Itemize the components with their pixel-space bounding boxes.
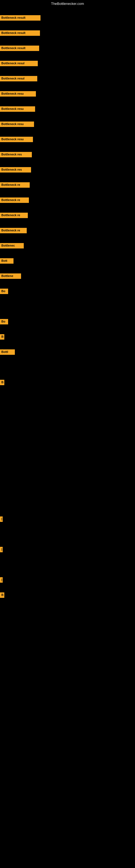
bottleneck-result-badge: B [0, 380, 4, 385]
bottleneck-result-badge: Bottleneck resu [0, 106, 35, 112]
bottleneck-result-badge: B [0, 334, 4, 340]
bottleneck-result-badge: Bottl [0, 349, 15, 355]
bottleneck-result-badge: Bottleneck resu [0, 137, 33, 142]
bottleneck-result-badge: Bottleneck res [0, 152, 32, 157]
bottleneck-result-badge: Bottlenec [0, 243, 24, 248]
bottleneck-result-badge: Bottleneck resul [0, 61, 38, 66]
bottleneck-result-badge: Bottleneck re [0, 213, 28, 218]
bottleneck-result-badge: Bottleneck resul [0, 76, 37, 82]
site-title: TheBottlenecker.com [51, 2, 84, 6]
bottleneck-result-badge: Bottleneck result [0, 45, 39, 51]
bottleneck-result-badge: Bottleneck resu [0, 122, 34, 127]
bottleneck-result-badge: Bottleneck re [0, 182, 30, 188]
bottleneck-result-badge: | [0, 547, 3, 552]
bottleneck-result-badge: Bottleneck resu [0, 91, 36, 97]
bottleneck-result-badge: Bottleneck re [0, 197, 29, 203]
bottleneck-result-badge: Bo [0, 289, 8, 294]
bottleneck-result-badge: Bott [0, 258, 13, 264]
bottleneck-result-badge: Bottleneck result [0, 15, 41, 21]
bottleneck-result-badge: Bottleneck res [0, 167, 31, 173]
bottleneck-result-badge: Bottleneck result [0, 30, 40, 36]
bottleneck-result-badge: B [0, 592, 4, 598]
bottleneck-result-badge: | [0, 577, 3, 583]
bottleneck-result-badge: Bottleneck re [0, 228, 27, 233]
bottleneck-result-badge: Bottlene [0, 273, 21, 279]
bottleneck-result-badge: | [0, 517, 3, 522]
bottleneck-result-badge: Bo [0, 319, 8, 324]
